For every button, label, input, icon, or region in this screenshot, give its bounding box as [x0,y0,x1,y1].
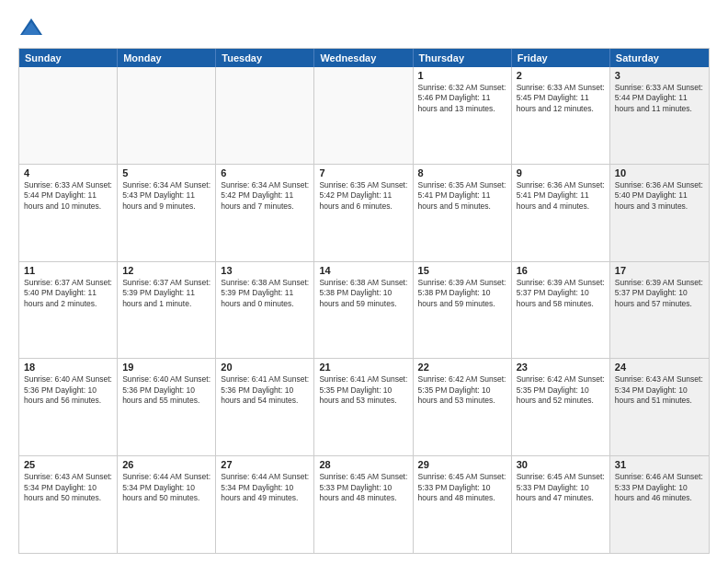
calendar-header: SundayMondayTuesdayWednesdayThursdayFrid… [19,49,709,67]
day-number: 4 [24,167,112,178]
day-number: 1 [418,70,506,81]
day-info: Sunrise: 6:39 AM Sunset: 5:37 PM Dayligh… [517,278,605,309]
day-number: 19 [122,362,210,373]
day-number: 29 [418,459,506,470]
day-number: 16 [517,265,605,276]
day-number: 22 [418,362,506,373]
day-info: Sunrise: 6:44 AM Sunset: 5:34 PM Dayligh… [122,472,210,503]
day-number: 30 [517,459,605,470]
header [18,15,710,40]
day-info: Sunrise: 6:35 AM Sunset: 5:41 PM Dayligh… [418,180,506,212]
calendar-cell: 28Sunrise: 6:45 AM Sunset: 5:33 PM Dayli… [314,456,413,553]
day-number: 8 [418,167,506,178]
page: SundayMondayTuesdayWednesdayThursdayFrid… [0,0,728,563]
day-info: Sunrise: 6:42 AM Sunset: 5:35 PM Dayligh… [517,374,605,406]
weekday-header: Wednesday [314,49,413,67]
calendar-cell: 17Sunrise: 6:39 AM Sunset: 5:37 PM Dayli… [610,262,709,359]
day-number: 14 [319,265,407,276]
day-info: Sunrise: 6:41 AM Sunset: 5:35 PM Dayligh… [319,374,407,406]
calendar-cell: 9Sunrise: 6:36 AM Sunset: 5:41 PM Daylig… [512,165,610,261]
calendar-cell: 22Sunrise: 6:42 AM Sunset: 5:35 PM Dayli… [414,359,512,455]
day-number: 20 [221,362,309,373]
day-info: Sunrise: 6:38 AM Sunset: 5:38 PM Dayligh… [319,278,407,309]
day-info: Sunrise: 6:34 AM Sunset: 5:42 PM Dayligh… [221,180,309,212]
calendar-cell: 6Sunrise: 6:34 AM Sunset: 5:42 PM Daylig… [216,165,314,261]
day-number: 17 [615,265,704,276]
day-number: 5 [122,167,210,178]
day-number: 25 [24,459,112,470]
calendar-cell: 15Sunrise: 6:39 AM Sunset: 5:38 PM Dayli… [414,262,512,359]
day-info: Sunrise: 6:36 AM Sunset: 5:41 PM Dayligh… [517,180,605,212]
calendar-cell [314,67,413,164]
day-info: Sunrise: 6:33 AM Sunset: 5:45 PM Dayligh… [517,83,605,114]
day-info: Sunrise: 6:38 AM Sunset: 5:39 PM Dayligh… [221,278,309,309]
day-info: Sunrise: 6:35 AM Sunset: 5:42 PM Dayligh… [319,180,407,212]
calendar-cell: 8Sunrise: 6:35 AM Sunset: 5:41 PM Daylig… [414,165,512,261]
calendar-cell: 25Sunrise: 6:43 AM Sunset: 5:34 PM Dayli… [19,456,118,553]
calendar-row: 25Sunrise: 6:43 AM Sunset: 5:34 PM Dayli… [19,456,709,553]
calendar-cell: 24Sunrise: 6:43 AM Sunset: 5:34 PM Dayli… [610,359,709,455]
day-number: 7 [319,167,407,178]
day-number: 12 [122,265,210,276]
calendar-cell: 12Sunrise: 6:37 AM Sunset: 5:39 PM Dayli… [118,262,216,359]
weekday-header: Tuesday [216,49,314,67]
day-number: 27 [221,459,309,470]
day-number: 9 [517,167,605,178]
day-number: 26 [122,459,210,470]
weekday-header: Friday [512,49,610,67]
day-number: 24 [615,362,704,373]
day-number: 2 [517,70,605,81]
day-number: 28 [319,459,407,470]
logo-icon [18,15,44,40]
day-number: 15 [418,265,506,276]
calendar-cell [118,67,216,164]
day-number: 21 [319,362,407,373]
calendar-cell: 29Sunrise: 6:45 AM Sunset: 5:33 PM Dayli… [414,456,512,553]
calendar-cell: 16Sunrise: 6:39 AM Sunset: 5:37 PM Dayli… [512,262,610,359]
calendar-cell: 18Sunrise: 6:40 AM Sunset: 5:36 PM Dayli… [19,359,118,455]
logo [18,15,48,40]
calendar-cell: 30Sunrise: 6:45 AM Sunset: 5:33 PM Dayli… [512,456,610,553]
calendar: SundayMondayTuesdayWednesdayThursdayFrid… [18,48,710,554]
day-info: Sunrise: 6:40 AM Sunset: 5:36 PM Dayligh… [122,374,210,406]
calendar-cell: 11Sunrise: 6:37 AM Sunset: 5:40 PM Dayli… [19,262,118,359]
calendar-cell: 31Sunrise: 6:46 AM Sunset: 5:33 PM Dayli… [610,456,709,553]
weekday-header: Monday [118,49,216,67]
day-info: Sunrise: 6:39 AM Sunset: 5:38 PM Dayligh… [418,278,506,309]
calendar-cell: 20Sunrise: 6:41 AM Sunset: 5:36 PM Dayli… [216,359,314,455]
day-info: Sunrise: 6:43 AM Sunset: 5:34 PM Dayligh… [24,472,112,503]
day-info: Sunrise: 6:33 AM Sunset: 5:44 PM Dayligh… [615,83,704,114]
day-number: 13 [221,265,309,276]
calendar-cell: 5Sunrise: 6:34 AM Sunset: 5:43 PM Daylig… [118,165,216,261]
day-info: Sunrise: 6:42 AM Sunset: 5:35 PM Dayligh… [418,374,506,406]
day-info: Sunrise: 6:37 AM Sunset: 5:39 PM Dayligh… [122,278,210,309]
day-info: Sunrise: 6:43 AM Sunset: 5:34 PM Dayligh… [615,374,704,406]
calendar-cell [216,67,314,164]
calendar-cell: 4Sunrise: 6:33 AM Sunset: 5:44 PM Daylig… [19,165,118,261]
day-number: 18 [24,362,112,373]
calendar-body: 1Sunrise: 6:32 AM Sunset: 5:46 PM Daylig… [19,67,709,553]
calendar-row: 4Sunrise: 6:33 AM Sunset: 5:44 PM Daylig… [19,165,709,262]
calendar-cell: 3Sunrise: 6:33 AM Sunset: 5:44 PM Daylig… [610,67,709,164]
day-info: Sunrise: 6:45 AM Sunset: 5:33 PM Dayligh… [319,472,407,503]
day-info: Sunrise: 6:36 AM Sunset: 5:40 PM Dayligh… [615,180,704,212]
calendar-cell: 14Sunrise: 6:38 AM Sunset: 5:38 PM Dayli… [314,262,413,359]
calendar-cell: 21Sunrise: 6:41 AM Sunset: 5:35 PM Dayli… [314,359,413,455]
weekday-header: Saturday [610,49,709,67]
day-info: Sunrise: 6:33 AM Sunset: 5:44 PM Dayligh… [24,180,112,212]
calendar-cell: 23Sunrise: 6:42 AM Sunset: 5:35 PM Dayli… [512,359,610,455]
calendar-row: 18Sunrise: 6:40 AM Sunset: 5:36 PM Dayli… [19,359,709,456]
calendar-cell: 7Sunrise: 6:35 AM Sunset: 5:42 PM Daylig… [314,165,413,261]
day-info: Sunrise: 6:44 AM Sunset: 5:34 PM Dayligh… [221,472,309,503]
day-info: Sunrise: 6:40 AM Sunset: 5:36 PM Dayligh… [24,374,112,406]
calendar-row: 1Sunrise: 6:32 AM Sunset: 5:46 PM Daylig… [19,67,709,165]
day-info: Sunrise: 6:45 AM Sunset: 5:33 PM Dayligh… [418,472,506,503]
calendar-cell: 26Sunrise: 6:44 AM Sunset: 5:34 PM Dayli… [118,456,216,553]
weekday-header: Thursday [414,49,512,67]
day-number: 31 [615,459,704,470]
day-info: Sunrise: 6:34 AM Sunset: 5:43 PM Dayligh… [122,180,210,212]
day-info: Sunrise: 6:45 AM Sunset: 5:33 PM Dayligh… [517,472,605,503]
day-number: 11 [24,265,112,276]
day-number: 6 [221,167,309,178]
calendar-cell: 10Sunrise: 6:36 AM Sunset: 5:40 PM Dayli… [610,165,709,261]
